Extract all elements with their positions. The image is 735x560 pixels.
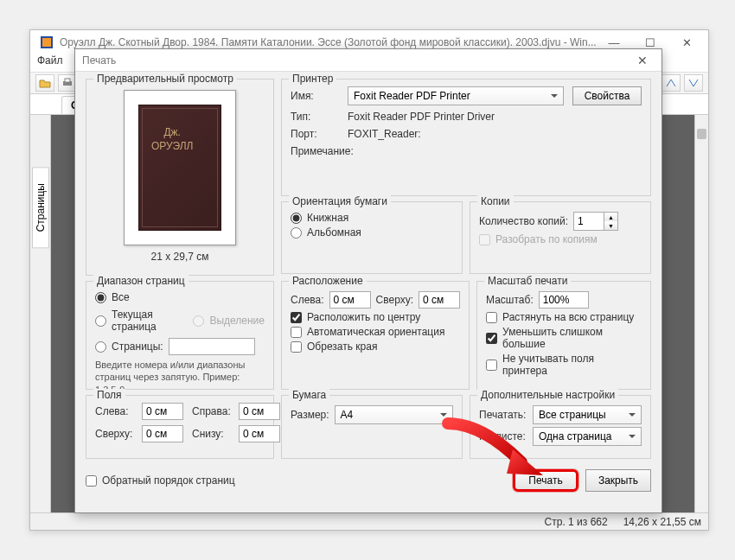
placement-left-label: Слева: [291, 294, 324, 306]
margin-right-input[interactable] [239, 403, 280, 420]
placement-left-input[interactable] [329, 291, 371, 309]
per-sheet-combo[interactable]: Одна страница [533, 427, 642, 446]
paper-size-combo[interactable]: A4 [335, 405, 453, 424]
dialog-close-button-bottom[interactable]: Закрыть [585, 469, 651, 492]
paper-size-value: A4 [341, 409, 354, 421]
range-current[interactable]: Текущая страница [95, 309, 181, 333]
scale-label: Масштаб: [486, 294, 534, 306]
range-all[interactable]: Все [95, 291, 265, 303]
scale-fieldset: Масштаб печати Масштаб: Растянуть на всю… [476, 281, 651, 390]
cover-line2: ОРУЭЛЛ [151, 140, 193, 152]
statusbar: Стр. 1 из 662 14,26 x 21,55 см [30, 512, 708, 530]
range-selection: Выделение [193, 309, 265, 333]
copies-fieldset: Копии Количество копий: ▲▼ Разобрать по … [470, 201, 651, 274]
collate-check: Разобрать по копиям [479, 233, 642, 245]
extra-legend: Дополнительные настройки [477, 389, 618, 401]
tool-icon-2[interactable] [684, 74, 703, 92]
print-what-value: Все страницы [539, 409, 606, 421]
margins-fieldset: Поля Слева: Справа: Сверху: Снизу: [86, 395, 274, 459]
print-dialog: Печать ✕ Предварительный просмотр Дж. ОР… [74, 48, 662, 513]
printer-note-label: Примечание: [291, 145, 642, 157]
printer-name-combo[interactable]: Foxit Reader PDF Printer [348, 86, 564, 105]
side-strip: Страницы [30, 115, 51, 512]
margins-legend: Поля [93, 389, 125, 401]
pages-panel-label[interactable]: Страницы [32, 167, 49, 248]
margin-left-label: Слева: [95, 405, 137, 417]
margin-left-input[interactable] [142, 403, 183, 420]
cover-line1: Дж. [163, 126, 181, 138]
shrink-check[interactable]: Уменьшить слишком большие [486, 326, 642, 350]
placement-legend: Расположение [289, 275, 367, 287]
preview-page: Дж. ОРУЭЛЛ [124, 90, 236, 245]
print-what-label: Печатать: [479, 409, 527, 421]
ignore-margins-check[interactable]: Не учитывать поля принтера [486, 353, 642, 377]
printer-type-label: Тип: [291, 111, 339, 123]
status-size: 14,26 x 21,55 см [623, 516, 701, 528]
range-legend: Диапазон страниц [93, 275, 189, 287]
scale-input[interactable] [539, 291, 589, 309]
dialog-close-button[interactable]: ✕ [630, 54, 655, 67]
margin-right-label: Справа: [192, 405, 233, 417]
spinner-down-icon[interactable]: ▼ [604, 221, 617, 230]
dialog-title: Печать [82, 54, 116, 67]
margin-top-input[interactable] [142, 425, 183, 442]
copies-count-label: Количество копий: [479, 215, 568, 227]
per-sheet-label: На листе: [479, 430, 527, 442]
printer-port-value: FOXIT_Reader: [348, 128, 642, 140]
properties-button[interactable]: Свойства [572, 86, 642, 105]
placement-top-label: Сверху: [376, 294, 413, 306]
placement-fieldset: Расположение Слева: Сверху: Расположить … [281, 281, 470, 390]
svg-rect-1 [42, 38, 51, 47]
range-fieldset: Диапазон страниц Все Текущая страница Вы… [86, 281, 274, 390]
printer-name-label: Имя: [291, 90, 339, 102]
stretch-check[interactable]: Растянуть на всю страницу [486, 311, 642, 323]
print-button[interactable]: Печать [513, 469, 578, 492]
copies-spinner[interactable]: ▲▼ [573, 212, 618, 231]
scrollbar-thumb[interactable] [697, 129, 706, 139]
orientation-legend: Ориентация бумаги [289, 195, 391, 207]
printer-port-label: Порт: [291, 128, 339, 140]
printer-type-value: Foxit Reader PDF Printer Driver [348, 111, 642, 123]
print-what-combo[interactable]: Все страницы [533, 405, 642, 424]
spinner-up-icon[interactable]: ▲ [604, 213, 617, 221]
copies-input[interactable] [574, 213, 604, 230]
dialog-titlebar: Печать ✕ [75, 49, 662, 72]
scale-legend: Масштаб печати [484, 275, 571, 287]
paper-legend: Бумага [289, 389, 329, 401]
orientation-fieldset: Ориентация бумаги Книжная Альбомная [281, 201, 463, 274]
tool-icon-1[interactable] [662, 74, 681, 92]
close-button[interactable]: ✕ [668, 33, 705, 52]
margin-bottom-label: Снизу: [192, 428, 233, 440]
extra-fieldset: Дополнительные настройки Печатать: Все с… [470, 395, 651, 459]
reverse-order-check[interactable]: Обратный порядок страниц [86, 474, 235, 487]
center-check[interactable]: Расположить по центру [291, 311, 460, 323]
orientation-portrait[interactable]: Книжная [291, 212, 453, 224]
printer-legend: Принтер [289, 73, 336, 85]
svg-rect-3 [65, 79, 70, 82]
printer-name-value: Foxit Reader PDF Printer [354, 90, 470, 102]
placement-top-input[interactable] [419, 291, 460, 309]
app-icon [39, 35, 54, 50]
orientation-landscape[interactable]: Альбомная [291, 226, 453, 239]
paper-fieldset: Бумага Размер: A4 [281, 395, 463, 459]
window-title: Оруэлл Дж. Скотный Двор. 1984. Памяти Ка… [60, 36, 596, 48]
auto-orient-check[interactable]: Автоматическая ориентация [291, 326, 460, 338]
book-cover: Дж. ОРУЭЛЛ [138, 105, 221, 231]
copies-legend: Копии [477, 195, 514, 207]
preview-legend: Предварительный просмотр [93, 73, 237, 85]
range-pages-input[interactable] [169, 338, 255, 355]
crop-check[interactable]: Обрезать края [291, 340, 460, 353]
per-sheet-value: Одна страница [539, 430, 611, 442]
preview-fieldset: Предварительный просмотр Дж. ОРУЭЛЛ 21 x… [86, 79, 274, 276]
vertical-scrollbar[interactable] [694, 115, 708, 512]
menu-file[interactable]: Файл [37, 54, 63, 67]
preview-dimensions: 21 x 29,7 см [95, 251, 265, 263]
paper-size-label: Размер: [291, 409, 329, 421]
range-pages[interactable]: Страницы: [95, 340, 163, 353]
status-page: Стр. 1 из 662 [545, 516, 608, 528]
margin-top-label: Сверху: [95, 428, 137, 440]
open-icon[interactable] [35, 74, 54, 92]
printer-fieldset: Принтер Имя: Foxit Reader PDF Printer Св… [281, 79, 651, 196]
margin-bottom-input[interactable] [239, 425, 280, 442]
